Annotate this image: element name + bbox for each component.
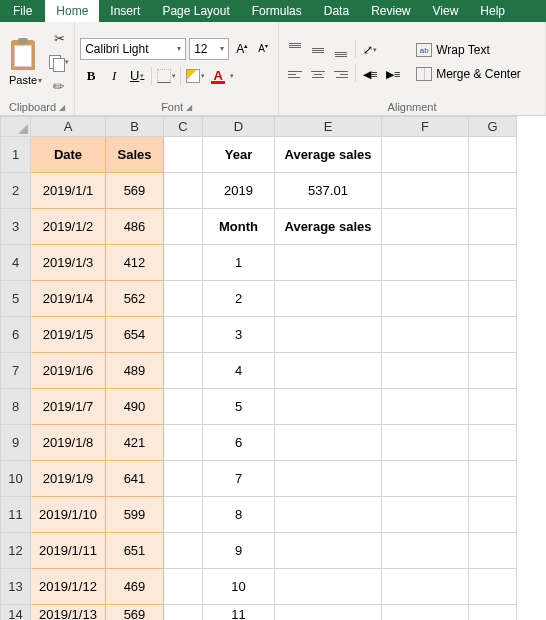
col-header-b[interactable]: B: [106, 117, 164, 137]
cell[interactable]: 469: [106, 569, 164, 605]
cell[interactable]: 6: [203, 425, 275, 461]
cell[interactable]: 11: [203, 605, 275, 621]
cell[interactable]: [275, 533, 382, 569]
col-header-d[interactable]: D: [203, 117, 275, 137]
paste-button[interactable]: Paste▾: [5, 36, 46, 88]
decrease-font-button[interactable]: A▾: [253, 38, 273, 60]
wrap-text-button[interactable]: ab Wrap Text: [412, 39, 525, 61]
cell[interactable]: 486: [106, 209, 164, 245]
align-right-button[interactable]: [330, 64, 352, 84]
row-header[interactable]: 1: [1, 137, 31, 173]
cell[interactable]: [164, 317, 203, 353]
cell[interactable]: [469, 461, 517, 497]
cell[interactable]: 651: [106, 533, 164, 569]
cell[interactable]: [275, 605, 382, 621]
cell[interactable]: 2019/1/7: [31, 389, 106, 425]
cell[interactable]: [382, 317, 469, 353]
cell[interactable]: 1: [203, 245, 275, 281]
col-header-c[interactable]: C: [164, 117, 203, 137]
row-header[interactable]: 14: [1, 605, 31, 621]
cut-button[interactable]: ✂: [49, 28, 69, 48]
align-middle-button[interactable]: [307, 40, 329, 60]
cell[interactable]: [382, 461, 469, 497]
cell[interactable]: 2019/1/5: [31, 317, 106, 353]
underline-button[interactable]: U▾: [126, 65, 148, 87]
row-header[interactable]: 8: [1, 389, 31, 425]
cell[interactable]: [382, 173, 469, 209]
row-header[interactable]: 13: [1, 569, 31, 605]
cell[interactable]: 2019/1/6: [31, 353, 106, 389]
increase-indent-button[interactable]: ▶≡: [382, 64, 404, 84]
cell[interactable]: [469, 281, 517, 317]
tab-help[interactable]: Help: [469, 0, 516, 22]
align-top-button[interactable]: [284, 40, 306, 60]
cell[interactable]: 421: [106, 425, 164, 461]
cell[interactable]: [469, 425, 517, 461]
cell[interactable]: 8: [203, 497, 275, 533]
cell[interactable]: [469, 137, 517, 173]
row-header[interactable]: 10: [1, 461, 31, 497]
cell[interactable]: [275, 353, 382, 389]
cell[interactable]: [382, 569, 469, 605]
cell[interactable]: [275, 389, 382, 425]
cell[interactable]: [164, 353, 203, 389]
cell[interactable]: [382, 353, 469, 389]
cell[interactable]: [164, 425, 203, 461]
cell[interactable]: [164, 281, 203, 317]
increase-font-button[interactable]: A▴: [232, 38, 252, 60]
row-header[interactable]: 6: [1, 317, 31, 353]
cell[interactable]: [164, 389, 203, 425]
cell[interactable]: [275, 425, 382, 461]
cell[interactable]: [382, 281, 469, 317]
cell[interactable]: [164, 173, 203, 209]
cell[interactable]: [164, 533, 203, 569]
cell[interactable]: [164, 497, 203, 533]
cell[interactable]: 7: [203, 461, 275, 497]
cell[interactable]: 412: [106, 245, 164, 281]
cell[interactable]: 2019/1/10: [31, 497, 106, 533]
cell[interactable]: [469, 317, 517, 353]
row-header[interactable]: 4: [1, 245, 31, 281]
cell[interactable]: 2019/1/11: [31, 533, 106, 569]
cell[interactable]: 2019/1/4: [31, 281, 106, 317]
cell[interactable]: [275, 569, 382, 605]
cell[interactable]: Average sales: [275, 137, 382, 173]
font-name-select[interactable]: Calibri Light▾: [80, 38, 186, 60]
cell[interactable]: [469, 389, 517, 425]
cell[interactable]: 2019/1/12: [31, 569, 106, 605]
cell[interactable]: Date: [31, 137, 106, 173]
italic-button[interactable]: I: [103, 65, 125, 87]
copy-button[interactable]: ▾: [49, 52, 69, 72]
cell[interactable]: 2019/1/2: [31, 209, 106, 245]
cell[interactable]: 10: [203, 569, 275, 605]
col-header-g[interactable]: G: [469, 117, 517, 137]
cell[interactable]: 490: [106, 389, 164, 425]
cell[interactable]: [469, 569, 517, 605]
cell[interactable]: [382, 209, 469, 245]
row-header[interactable]: 11: [1, 497, 31, 533]
cell[interactable]: 562: [106, 281, 164, 317]
row-header[interactable]: 12: [1, 533, 31, 569]
fill-color-button[interactable]: ▾: [184, 65, 206, 87]
row-header[interactable]: 7: [1, 353, 31, 389]
align-left-button[interactable]: [284, 64, 306, 84]
tab-home[interactable]: Home: [45, 0, 99, 22]
cell[interactable]: 5: [203, 389, 275, 425]
font-dialog-icon[interactable]: ◢: [186, 103, 192, 112]
cell[interactable]: Average sales: [275, 209, 382, 245]
cell[interactable]: [382, 497, 469, 533]
decrease-indent-button[interactable]: ◀≡: [359, 64, 381, 84]
tab-formulas[interactable]: Formulas: [241, 0, 313, 22]
cell[interactable]: [382, 389, 469, 425]
cell[interactable]: Year: [203, 137, 275, 173]
font-color-button[interactable]: A: [207, 65, 229, 87]
row-header[interactable]: 5: [1, 281, 31, 317]
clipboard-dialog-icon[interactable]: ◢: [59, 103, 65, 112]
cell[interactable]: 2019/1/13: [31, 605, 106, 621]
cell[interactable]: 3: [203, 317, 275, 353]
cell[interactable]: [164, 209, 203, 245]
cell[interactable]: 599: [106, 497, 164, 533]
cell[interactable]: Sales: [106, 137, 164, 173]
cell[interactable]: 569: [106, 173, 164, 209]
cell[interactable]: 2019/1/9: [31, 461, 106, 497]
